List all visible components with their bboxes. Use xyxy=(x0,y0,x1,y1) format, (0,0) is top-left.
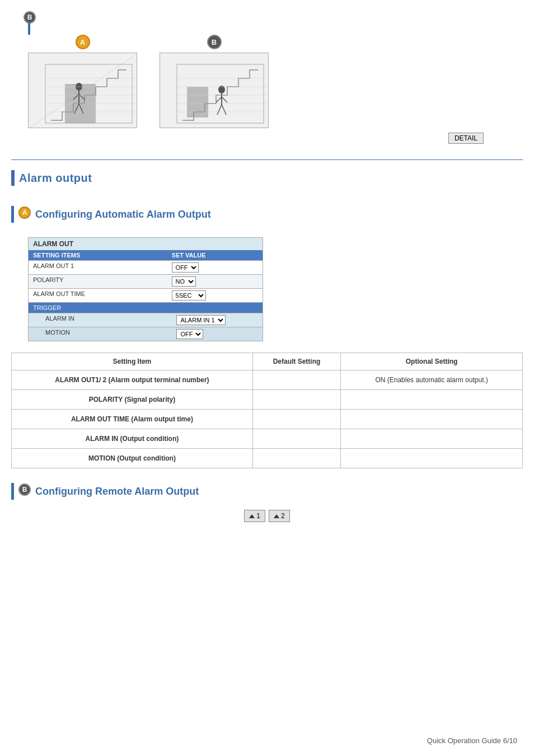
alarm-out-title: ALARM OUT xyxy=(29,238,263,250)
row2-item: POLARITY (Signal polarity) xyxy=(12,390,253,410)
settings-col-default: Default Setting xyxy=(252,353,340,370)
staircase-a-svg xyxy=(29,53,137,128)
alarm-out-label-trigger: TRIGGER xyxy=(29,303,167,313)
diagram-b xyxy=(160,53,269,128)
page-btn-2[interactable]: 2 xyxy=(269,510,290,522)
alarm-out-row-trigger: TRIGGER xyxy=(29,302,263,313)
settings-table: Setting Item Default Setting Optional Se… xyxy=(11,353,523,468)
alarm-out-value-trigger xyxy=(167,303,263,313)
alarm-out-label-2: POLARITY xyxy=(29,275,167,288)
alarm-output-section: Alarm output xyxy=(0,170,534,195)
row4-optional xyxy=(341,429,523,449)
svg-rect-17 xyxy=(187,87,208,118)
image-a-container: A xyxy=(28,35,137,128)
alarm-out-header-row: SETTING ITEMS SET VALUE xyxy=(29,250,263,260)
arrow-up-icon-2 xyxy=(274,514,279,518)
section-b-title: Configuring Remote Alarm Output xyxy=(35,486,199,497)
row4-item: ALARM IN (Output condition) xyxy=(12,429,253,449)
settings-table-header-row: Setting Item Default Setting Optional Se… xyxy=(12,353,523,370)
title-bar xyxy=(11,170,15,186)
alarm-out-row-3: ALARM OUT TIME 5SEC10SEC30SEC xyxy=(29,288,263,302)
row1-default xyxy=(252,370,340,390)
section-a-badge: A xyxy=(18,206,31,219)
table-row: MOTION (Output condition) xyxy=(12,449,523,468)
row3-item: ALARM OUT TIME (Alarm output time) xyxy=(12,410,253,429)
alarm-out-row-2: POLARITY NONC xyxy=(29,274,263,288)
section-b-heading: B Configuring Remote Alarm Output xyxy=(0,474,534,505)
alarm-out-value-1[interactable]: OFFON xyxy=(167,261,263,274)
table-row: POLARITY (Signal polarity) xyxy=(12,390,523,410)
alarm-out-label-1: ALARM OUT 1 xyxy=(29,261,167,274)
table-row: ALARM IN (Output condition) xyxy=(12,429,523,449)
page-footer: Quick Operation Guide 6/10 xyxy=(427,736,517,745)
row1-item: ALARM OUT1/ 2 (Alarm output terminal num… xyxy=(12,370,253,390)
row4-default xyxy=(252,429,340,449)
row2-optional xyxy=(341,390,523,410)
alarm-out-row-motion: MOTION OFFON xyxy=(29,327,263,341)
row5-item: MOTION (Output condition) xyxy=(12,449,253,468)
page-btn-1[interactable]: 1 xyxy=(244,510,265,522)
alarm-out-1-select[interactable]: OFFON xyxy=(172,262,199,273)
alarm-out-col-setting: SETTING ITEMS xyxy=(29,250,167,260)
alarm-out-col-value: SET VALUE xyxy=(167,250,263,260)
b-badge-icon: B xyxy=(24,11,36,24)
motion-select[interactable]: OFFON xyxy=(176,329,203,339)
row5-optional xyxy=(341,449,523,468)
settings-col-item: Setting Item xyxy=(12,353,253,370)
alarm-out-time-select[interactable]: 5SEC10SEC30SEC xyxy=(172,290,206,300)
alarm-out-row-alarm-in: ALARM IN ALARM IN 1ALARM IN 2 xyxy=(29,313,263,327)
badge-b: B xyxy=(207,35,222,49)
footer-text: Quick Operation Guide 6/10 xyxy=(427,736,517,745)
staircase-b-svg xyxy=(160,53,269,128)
section-a-heading: A Configuring Automatic Alarm Output xyxy=(0,195,534,232)
alarm-out-row-1: ALARM OUT 1 OFFON xyxy=(29,260,263,274)
detail-btn-row: DETAIL xyxy=(17,133,517,144)
top-left-bar xyxy=(28,22,30,35)
alarm-output-heading: Alarm output xyxy=(19,172,92,185)
section-b-bar xyxy=(11,483,14,500)
section-a-title: Configuring Automatic Alarm Output xyxy=(35,209,211,220)
alarm-out-label-alarm-in: ALARM IN xyxy=(29,313,172,327)
image-b-container: B xyxy=(160,35,269,128)
polarity-select[interactable]: NONC xyxy=(172,276,196,287)
alarm-out-label-motion: MOTION xyxy=(29,327,172,341)
section-divider-1 xyxy=(11,159,523,160)
section-b-badge: B xyxy=(18,483,31,496)
alarm-out-value-motion[interactable]: OFFON xyxy=(172,327,263,341)
diagram-a xyxy=(28,53,137,128)
arrow-up-icon-1 xyxy=(249,514,255,518)
settings-col-optional: Optional Setting xyxy=(341,353,523,370)
alarm-out-value-2[interactable]: NONC xyxy=(167,275,263,288)
page-btn-2-label: 2 xyxy=(281,512,285,520)
alarm-out-container: ALARM OUT SETTING ITEMS SET VALUE ALARM … xyxy=(28,237,263,341)
section-a-bar xyxy=(11,206,14,223)
row2-default xyxy=(252,390,340,410)
images-row: A xyxy=(17,35,517,128)
alarm-out-value-3[interactable]: 5SEC10SEC30SEC xyxy=(167,289,263,302)
alarm-output-title: Alarm output xyxy=(11,170,523,186)
row1-optional: ON (Enables automatic alarm output.) xyxy=(341,370,523,390)
alarm-in-select[interactable]: ALARM IN 1ALARM IN 2 xyxy=(176,315,226,325)
pagination-row: 1 2 xyxy=(0,505,534,527)
alarm-out-value-alarm-in[interactable]: ALARM IN 1ALARM IN 2 xyxy=(172,313,263,327)
row3-default xyxy=(252,410,340,429)
page-btn-1-label: 1 xyxy=(256,512,260,520)
alarm-out-label-3: ALARM OUT TIME xyxy=(29,289,167,302)
badge-a: A xyxy=(76,35,90,49)
table-row: ALARM OUT1/ 2 (Alarm output terminal num… xyxy=(12,370,523,390)
detail-button[interactable]: DETAIL xyxy=(448,133,484,144)
row3-optional xyxy=(341,410,523,429)
row5-default xyxy=(252,449,340,468)
table-row: ALARM OUT TIME (Alarm output time) xyxy=(12,410,523,429)
